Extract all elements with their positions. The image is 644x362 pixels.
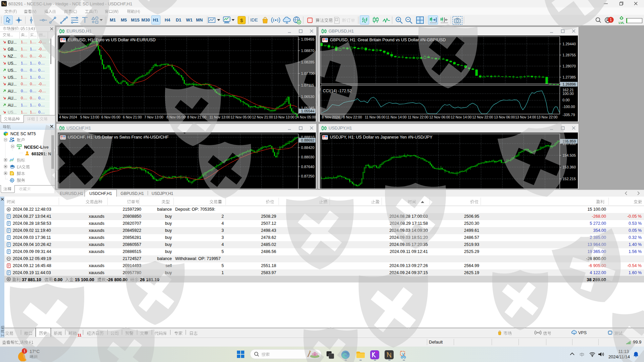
svg-text:1: 1 [23, 349, 26, 353]
svg-text:$: $ [240, 17, 243, 23]
svg-text:LVL: LVL [618, 21, 624, 24]
svg-text:1: 1 [610, 17, 612, 22]
